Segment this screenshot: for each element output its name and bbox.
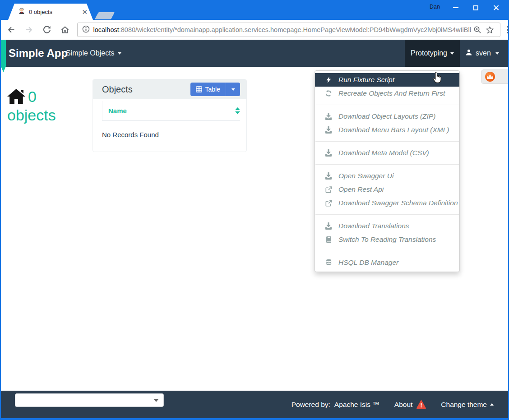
browser-window: 0 objects ✕ Dan ✕ localhost:8080/wicke bbox=[0, 0, 509, 420]
menu-item-label: Run Fixture Script bbox=[338, 76, 394, 84]
external-link-icon bbox=[324, 186, 333, 193]
menu-item-open-rest-api[interactable]: Open Rest Api bbox=[315, 183, 459, 196]
window-border bbox=[0, 418, 509, 420]
nav-user-label: sven bbox=[476, 49, 491, 57]
menu-item-open-swagger-ui[interactable]: Open Swagger Ui bbox=[315, 169, 459, 183]
menu-item-download-translations[interactable]: Download Translations bbox=[315, 219, 459, 233]
menu-item-label: Download Translations bbox=[338, 222, 409, 230]
download-icon bbox=[324, 222, 333, 230]
menu-item-download-object-layouts[interactable]: Download Object Layouts (ZIP) bbox=[315, 110, 459, 123]
menu-item-label: Download Object Layouts (ZIP) bbox=[338, 112, 435, 120]
url-host: localhost bbox=[93, 26, 119, 33]
download-icon bbox=[324, 126, 333, 134]
view-mode-button[interactable]: Table bbox=[190, 83, 240, 96]
reload-button[interactable] bbox=[39, 22, 55, 37]
menu-item-download-menubars-layout[interactable]: Download Menu Bars Layout (XML) bbox=[315, 123, 459, 137]
database-icon bbox=[324, 259, 333, 266]
download-icon bbox=[324, 172, 333, 180]
book-icon bbox=[324, 236, 333, 243]
objects-table: Name No Records Found bbox=[93, 101, 246, 138]
menu-item-label: Download Menu Bars Layout (XML) bbox=[338, 126, 449, 134]
url-text: localhost:8080/wicket/entity/*domainapp.… bbox=[93, 26, 471, 33]
close-icon: ✕ bbox=[493, 4, 500, 12]
change-theme-link[interactable]: Change theme bbox=[441, 401, 487, 409]
empty-table-message: No Records Found bbox=[102, 131, 240, 138]
close-button[interactable]: ✕ bbox=[486, 2, 506, 14]
column-name-label: Name bbox=[108, 107, 127, 115]
download-icon bbox=[324, 113, 333, 120]
view-mode-label: Table bbox=[205, 86, 220, 93]
window-border bbox=[0, 0, 1, 420]
tab-close-icon[interactable]: ✕ bbox=[82, 9, 88, 15]
home-button[interactable] bbox=[57, 22, 73, 37]
menu-item-label: Switch To Reading Translations bbox=[338, 235, 436, 244]
bookmark-star-icon[interactable] bbox=[484, 22, 496, 37]
page-info-icon[interactable] bbox=[82, 25, 90, 35]
nav-simple-objects[interactable]: Simple Objects bbox=[66, 40, 121, 67]
menu-item-download-swagger-schema[interactable]: Download Swagger Schema Definition bbox=[315, 196, 459, 210]
nav-prototyping-label: Prototyping bbox=[411, 49, 447, 57]
url-path: :8080/wicket/entity/*domainapp.applicati… bbox=[119, 26, 471, 33]
theme-ribbon bbox=[1, 40, 6, 72]
refresh-icon bbox=[324, 90, 333, 97]
objects-panel-header: Objects Table bbox=[93, 79, 246, 99]
menu-item-label: Download Meta Model (CSV) bbox=[338, 149, 429, 157]
menu-item-label: HSQL DB Manager bbox=[338, 258, 398, 267]
about-link[interactable]: About bbox=[394, 401, 413, 409]
download-icon bbox=[324, 149, 333, 157]
menu-divider bbox=[315, 105, 459, 105]
maximize-button[interactable] bbox=[466, 2, 486, 14]
bolt-icon bbox=[324, 76, 333, 83]
browser-toolbar: localhost:8080/wicket/entity/*domainapp.… bbox=[1, 20, 508, 40]
menu-item-hsql-db-manager[interactable]: HSQL DB Manager bbox=[315, 256, 459, 269]
menu-item-run-fixture-script[interactable]: Run Fixture Script bbox=[315, 73, 459, 87]
powered-by-link[interactable]: Apache Isis ™ bbox=[334, 401, 379, 409]
objects-panel: Objects Table Name No Records Found bbox=[93, 79, 246, 152]
nav-simple-objects-label: Simple Objects bbox=[66, 49, 115, 57]
minimize-icon bbox=[453, 7, 458, 8]
favicon bbox=[18, 7, 25, 16]
nav-user-menu[interactable]: sven bbox=[465, 40, 499, 67]
browser-tab[interactable]: 0 objects ✕ bbox=[8, 4, 93, 20]
powered-by-label: Powered by: bbox=[292, 401, 330, 409]
menu-item-label: Download Swagger Schema Definition bbox=[338, 199, 458, 207]
column-header-name[interactable]: Name bbox=[102, 101, 240, 121]
table-grid-icon bbox=[196, 86, 202, 92]
browser-titlebar: 0 objects ✕ Dan ✕ bbox=[0, 0, 509, 20]
chevron-down-icon bbox=[231, 88, 235, 91]
tab-title: 0 objects bbox=[29, 9, 82, 15]
view-mode-dropdown[interactable] bbox=[226, 83, 240, 96]
warning-icon[interactable] bbox=[416, 400, 426, 409]
menu-divider bbox=[315, 141, 459, 142]
menu-item-switch-translations[interactable]: Switch To Reading Translations bbox=[315, 233, 459, 246]
minimize-button[interactable] bbox=[445, 2, 466, 14]
wicket-logo-icon[interactable] bbox=[485, 72, 495, 82]
prototyping-menu: Run Fixture Script Recreate Objects And … bbox=[315, 70, 460, 272]
maximize-icon bbox=[473, 5, 478, 10]
chrome-profile-name[interactable]: Dan bbox=[430, 4, 440, 10]
app-brand[interactable]: Simple App bbox=[9, 40, 68, 67]
forward-button[interactable] bbox=[22, 22, 37, 37]
app-footer: Powered by: Apache Isis ™ About Change t… bbox=[0, 391, 509, 418]
new-tab-button[interactable] bbox=[95, 12, 115, 19]
menu-item-label: Open Rest Api bbox=[338, 185, 384, 194]
nav-prototyping[interactable]: Prototyping bbox=[405, 40, 460, 67]
back-button[interactable] bbox=[4, 22, 19, 37]
menu-item-recreate-objects[interactable]: Recreate Objects And Return First bbox=[315, 87, 459, 100]
menu-item-label: Recreate Objects And Return First bbox=[338, 89, 445, 97]
sort-icon[interactable] bbox=[235, 107, 240, 114]
wicket-debug-bar[interactable] bbox=[481, 69, 509, 84]
zoom-page-icon[interactable] bbox=[471, 22, 484, 37]
chevron-down-icon bbox=[154, 399, 158, 402]
chevron-down-icon bbox=[495, 52, 499, 55]
menu-divider bbox=[315, 214, 459, 215]
menu-item-download-meta-model[interactable]: Download Meta Model (CSV) bbox=[315, 146, 459, 160]
menu-divider bbox=[315, 164, 459, 165]
home-icon bbox=[7, 89, 25, 104]
external-link-icon bbox=[324, 200, 333, 207]
footer-select[interactable] bbox=[15, 393, 164, 407]
menu-divider bbox=[315, 251, 459, 251]
view-mode-table[interactable]: Table bbox=[190, 86, 226, 93]
url-bar[interactable]: localhost:8080/wicket/entity/*domainapp.… bbox=[77, 23, 500, 37]
app-navbar: Simple App Simple Objects Prototyping sv… bbox=[0, 40, 509, 67]
